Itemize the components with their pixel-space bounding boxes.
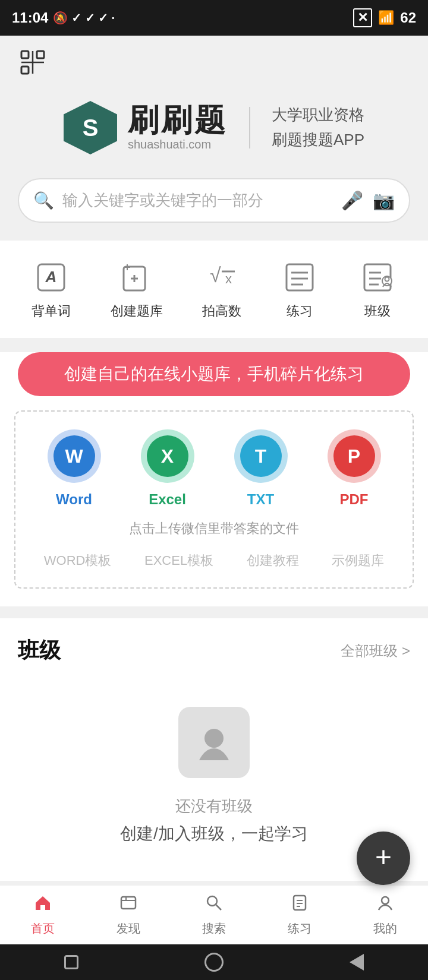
- create-dashed-box: W Word X Excel T TXT: [14, 410, 414, 589]
- svg-line-30: [216, 905, 221, 910]
- profile-icon: [376, 893, 395, 917]
- pdf-icon-inner: P: [333, 435, 375, 477]
- excel-icon: X: [141, 429, 194, 483]
- template-word[interactable]: WORD模板: [44, 552, 112, 570]
- practice-nav-icon: [290, 893, 309, 917]
- practice-label: 练习: [287, 302, 313, 320]
- mic-icon[interactable]: 🎤: [341, 190, 363, 211]
- create-bank-label: 创建题库: [111, 302, 163, 320]
- logo-tagline: 大学职业资格 刷题搜题APP: [272, 103, 364, 152]
- template-sample[interactable]: 示例题库: [332, 552, 384, 570]
- recent-apps-icon: [64, 955, 78, 969]
- discover-icon: [119, 893, 138, 917]
- nav-item-search[interactable]: 搜索: [171, 893, 257, 937]
- logo-title: 刷刷题: [128, 105, 228, 135]
- template-links: WORD模板 EXCEL模板 创建教程 示例题库: [27, 552, 401, 570]
- svg-rect-15: [287, 264, 313, 290]
- practice-icon: [281, 258, 319, 296]
- svg-rect-2: [21, 67, 29, 74]
- action-vocab[interactable]: A 背单词: [32, 258, 71, 320]
- back-icon: [350, 954, 364, 970]
- create-section: 创建自己的在线小题库，手机碎片化练习 W Word X Excel: [0, 352, 428, 606]
- file-types: W Word X Excel T TXT: [27, 429, 401, 508]
- logo-subtitle: shuashuati.com: [128, 138, 228, 151]
- nav-item-discover[interactable]: 发现: [86, 893, 171, 937]
- svg-point-29: [207, 896, 217, 906]
- quick-actions: A 背单词 创建题库 √: [0, 241, 428, 338]
- pdf-label: PDF: [340, 491, 369, 508]
- back-button[interactable]: [345, 950, 369, 974]
- photo-math-label: 拍高数: [202, 302, 241, 320]
- logo-text-area: 刷刷题 shuashuati.com: [128, 105, 228, 151]
- logo-divider: [249, 107, 250, 148]
- search-placeholder: 输入关键字或关键字的一部分: [62, 190, 333, 211]
- wifi-icon: 📶: [378, 10, 394, 26]
- file-type-pdf[interactable]: P PDF: [328, 429, 381, 508]
- search-section: 🔍 输入关键字或关键字的一部分 🎤 📷: [0, 178, 428, 241]
- svg-point-35: [382, 897, 389, 904]
- svg-text:A: A: [45, 268, 57, 286]
- empty-avatar: [178, 707, 250, 778]
- class-action-label: 班级: [364, 302, 391, 320]
- excel-icon-inner: X: [147, 435, 188, 477]
- status-icons: 🔕 ✓ ✓ ✓ ·: [53, 11, 115, 25]
- main-content: S 刷刷题 shuashuati.com 大学职业资格 刷题搜题APP 🔍 输入…: [0, 36, 428, 952]
- file-type-excel[interactable]: X Excel: [141, 429, 194, 508]
- svg-rect-1: [37, 51, 44, 58]
- template-tutorial[interactable]: 创建教程: [247, 552, 299, 570]
- system-bar: [0, 944, 428, 980]
- template-excel[interactable]: EXCEL模板: [144, 552, 213, 570]
- upload-hint: 点击上传微信里带答案的文件: [27, 520, 401, 538]
- action-create-bank[interactable]: 创建题库: [111, 258, 163, 320]
- action-photo-math[interactable]: √ x 拍高数: [202, 258, 241, 320]
- vocab-icon: A: [32, 258, 70, 296]
- class-header: 班级 全部班级 >: [18, 636, 410, 665]
- status-left: 11:04 🔕 ✓ ✓ ✓ ·: [12, 10, 115, 26]
- fab-add-button[interactable]: +: [357, 832, 410, 885]
- search-nav-label: 搜索: [202, 921, 226, 937]
- svg-rect-0: [21, 51, 29, 58]
- home-label: 首页: [31, 921, 55, 937]
- search-icon: 🔍: [33, 191, 54, 210]
- search-icons: 🎤 📷: [341, 190, 395, 211]
- discover-label: 发现: [117, 921, 140, 937]
- status-right: ✕ 📶 62: [353, 8, 416, 27]
- logo-hex: S: [64, 101, 117, 154]
- fab-plus-icon: +: [375, 843, 392, 871]
- action-class[interactable]: 班级: [358, 258, 396, 320]
- action-practice[interactable]: 练习: [281, 258, 319, 320]
- status-time: 11:04: [12, 10, 48, 26]
- scan-button[interactable]: [18, 48, 48, 77]
- class-empty: 还没有班级 创建/加入班级，一起学习: [18, 683, 410, 881]
- word-label: Word: [56, 491, 92, 508]
- logo-tagline2: 刷题搜题APP: [272, 128, 364, 153]
- home-system-icon: [204, 953, 224, 972]
- nav-item-home[interactable]: 首页: [0, 893, 86, 937]
- scan-area: [0, 36, 428, 83]
- class-more-button[interactable]: 全部班级 >: [341, 641, 410, 660]
- svg-point-25: [204, 729, 224, 748]
- search-bar[interactable]: 🔍 输入关键字或关键字的一部分 🎤 📷: [18, 178, 410, 223]
- file-type-txt[interactable]: T TXT: [234, 429, 288, 508]
- file-type-word[interactable]: W Word: [48, 429, 101, 508]
- svg-rect-26: [121, 897, 136, 909]
- svg-text:√: √: [210, 264, 221, 286]
- search-nav-icon: [204, 893, 224, 917]
- pdf-icon: P: [328, 429, 381, 483]
- class-title: 班级: [18, 636, 61, 665]
- nav-item-practice[interactable]: 练习: [257, 893, 342, 937]
- camera-icon[interactable]: 📷: [373, 190, 395, 211]
- excel-label: Excel: [149, 491, 186, 508]
- nav-item-profile[interactable]: 我的: [342, 893, 428, 937]
- txt-label: TXT: [247, 491, 274, 508]
- logo-symbol: S: [83, 115, 99, 141]
- home-system-button[interactable]: [202, 950, 226, 974]
- create-banner[interactable]: 创建自己的在线小题库，手机碎片化练习: [18, 352, 410, 396]
- bottom-nav: 首页 发现 搜索: [0, 885, 428, 944]
- empty-text1: 还没有班级: [175, 796, 253, 817]
- home-icon: [33, 893, 52, 917]
- word-icon-inner: W: [54, 435, 95, 477]
- recent-apps-button[interactable]: [59, 950, 83, 974]
- profile-label: 我的: [373, 921, 397, 937]
- photo-math-icon: √ x: [203, 258, 241, 296]
